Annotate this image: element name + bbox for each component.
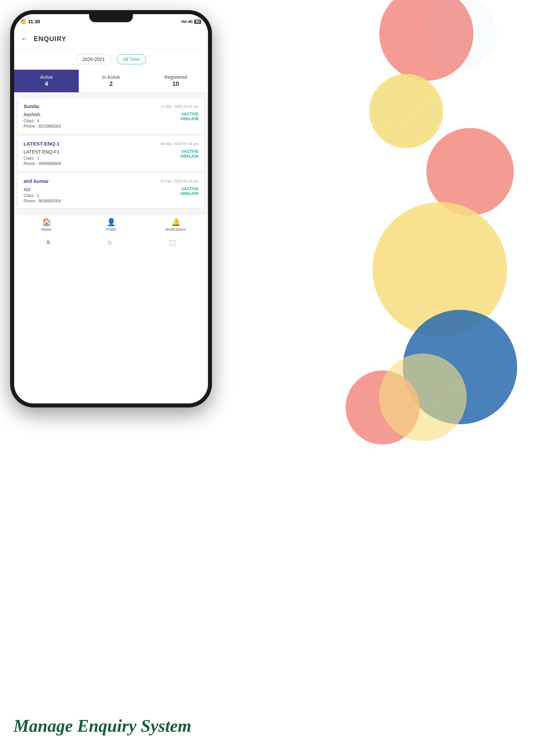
nav-profile-label: Profile [79,227,143,231]
nav-home-label: Home [14,227,79,231]
deco-circle-yellow-1 [369,74,443,148]
deco-circle-dots-1 [420,0,500,74]
time-display: 11:30 [28,19,40,24]
card-3-subname: xyz [24,187,180,192]
card-2-date: 05 Mar, 2020 02:39 pm [161,142,199,146]
tab-inactive[interactable]: In Active 2 [79,70,143,92]
app-content: ← ENQUIRY 2020-2021 All Time Active 4 In… [14,29,208,403]
card-2-subname: LATEST-ENQ-F1 [24,149,180,155]
tab-registered-count: 10 [146,80,205,88]
svg-point-7 [381,355,465,439]
home-nav-icon[interactable]: ⌂ [108,238,112,246]
tab-active-count: 4 [17,80,76,88]
enquiry-card-2[interactable]: LATEST-ENQ-1 05 Mar, 2020 02:39 pm LATES… [18,136,204,171]
profile-icon: 👤 [79,218,143,227]
card-3-class: Class : 1 [24,193,180,198]
card-1-name: Sunita [24,103,39,109]
card-2-tag1: #ACTIVE [180,149,199,154]
page-title: ENQUIRY [34,35,66,43]
card-1-subname: Aashish [24,112,180,117]
back-button[interactable]: ← [21,34,28,43]
network-label: Vol 4G [181,20,193,24]
phone-device: 📶 11:30 Vol 4G 80 ← ENQUIRY [10,10,212,407]
tab-inactive-count: 2 [81,80,141,88]
card-3-phone: Phone : 9636650004 [24,199,180,203]
card-1-tag1: #ACTIVE [180,112,199,117]
tab-active-label: Active [17,74,76,80]
tabs-row: Active 4 In Active 2 Registered 10 [14,70,208,93]
deco-circle-yellow-3 [379,354,467,441]
card-1-class: Class : 4 [24,119,180,123]
year-filter[interactable]: 2020-2021 [76,54,111,64]
svg-point-3 [371,76,441,146]
nav-home[interactable]: 🏠 Home [14,218,79,231]
card-2-phone: Phone : 9999988889 [24,161,180,166]
tagline: Manage Enquiry System [13,716,191,736]
app-header: ← ENQUIRY [14,29,208,49]
menu-nav-icon[interactable]: ≡ [46,238,50,246]
card-1-tag2: #WALKIN [180,117,199,121]
phone-notch [89,14,133,22]
bottom-nav: 🏠 Home 👤 Profile 🔔 Notifications [14,214,208,235]
enquiry-card-1[interactable]: Sunita 11 Mar, 2020 10:25 am Aashish Cla… [18,99,204,133]
card-3-tag2: #WALKIN [180,191,199,196]
nav-notifications-label: Notifications [143,227,208,231]
nav-profile[interactable]: 👤 Profile [79,218,143,231]
android-nav: ≡ ⌂ ⬚ [14,235,208,250]
card-3-date: 15 Feb, 2020 01:24 pm [160,179,199,183]
nav-notifications[interactable]: 🔔 Notifications [143,218,208,231]
time-filter[interactable]: All Time [117,54,146,64]
battery-display: 80 [194,20,201,24]
card-2-tag2: #WALKIN [180,154,199,159]
card-3-tag1: #ACTIVE [180,187,199,191]
card-3-name: anil kumar [24,178,49,184]
signal-icon: 📶 [21,19,26,24]
enquiry-card-3[interactable]: anil kumar 15 Feb, 2020 01:24 pm xyz Cla… [18,173,204,208]
tab-registered-label: Registered [146,74,205,80]
tab-registered[interactable]: Registered 10 [143,70,208,92]
card-2-name: LATEST-ENQ-1 [24,141,60,146]
tab-inactive-label: In Active [81,74,141,80]
enquiry-list: Sunita 11 Mar, 2020 10:25 am Aashish Cla… [14,93,208,214]
card-1-phone: Phone : 8233888383 [24,124,180,129]
back-nav-icon[interactable]: ⬚ [169,238,176,246]
tab-active[interactable]: Active 4 [14,70,79,92]
svg-point-1 [423,0,497,71]
home-icon: 🏠 [14,218,79,227]
notifications-icon: 🔔 [143,218,208,227]
filter-row: 2020-2021 All Time [14,49,208,70]
card-1-date: 11 Mar, 2020 10:25 am [161,104,199,108]
card-2-class: Class : 1 [24,156,180,161]
